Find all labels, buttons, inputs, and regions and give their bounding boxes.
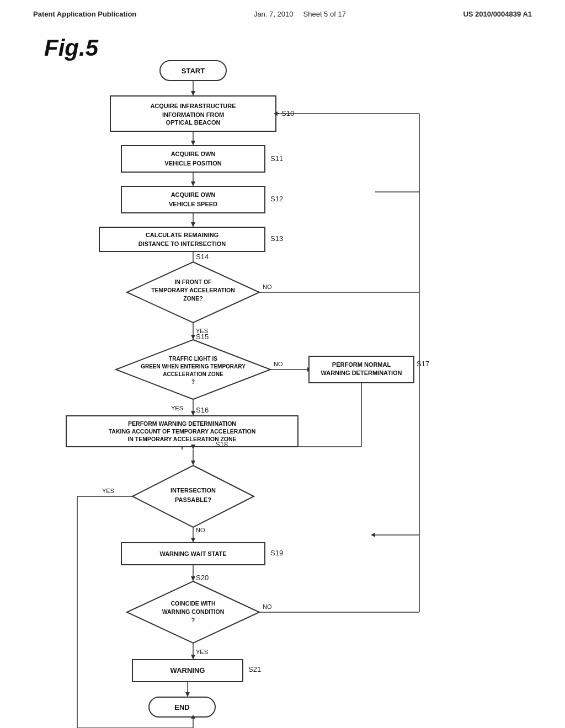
flowchart-diagram: START ACQUIRE INFRASTRUCTURE INFORMATION… — [0, 55, 565, 728]
svg-text:VEHICLE POSITION: VEHICLE POSITION — [164, 160, 221, 167]
header-sheet: Sheet 5 of 17 — [303, 10, 346, 18]
page-header: Patent Application Publication Jan. 7, 2… — [0, 0, 565, 24]
svg-text:YES: YES — [196, 649, 208, 655]
svg-text:S14: S14 — [196, 253, 209, 261]
svg-text:S13: S13 — [270, 234, 283, 243]
header-date: Jan. 7, 2010 — [254, 10, 294, 18]
svg-text:YES: YES — [171, 405, 183, 411]
svg-marker-3 — [371, 533, 375, 537]
svg-text:S19: S19 — [270, 549, 283, 557]
svg-text:CALCULATE REMAINING: CALCULATE REMAINING — [146, 232, 218, 238]
svg-text:INTERSECTION: INTERSECTION — [170, 487, 216, 494]
svg-marker-55 — [191, 411, 195, 416]
svg-text:ACQUIRE INFRASTRUCTURE: ACQUIRE INFRASTRUCTURE — [150, 103, 236, 109]
svg-marker-73 — [191, 461, 195, 465]
svg-text:PERFORM WARNING DETERMINATION: PERFORM WARNING DETERMINATION — [128, 420, 236, 427]
svg-text:NO: NO — [263, 603, 272, 610]
svg-marker-82 — [191, 538, 195, 543]
svg-text:S16: S16 — [196, 406, 209, 414]
svg-text:ACQUIRE OWN: ACQUIRE OWN — [171, 191, 216, 198]
svg-marker-7 — [191, 91, 195, 96]
svg-text:COINCIDE WITH: COINCIDE WITH — [170, 600, 215, 607]
svg-text:?: ? — [191, 617, 195, 623]
svg-text:NO: NO — [196, 527, 205, 533]
svg-text:S20: S20 — [196, 574, 209, 582]
svg-marker-15 — [191, 141, 195, 146]
svg-text:IN FRONT OF: IN FRONT OF — [174, 279, 212, 285]
svg-text:WARNING DETERMINATION: WARNING DETERMINATION — [321, 370, 402, 376]
svg-marker-87 — [191, 576, 195, 581]
svg-text:S15: S15 — [196, 333, 209, 341]
svg-marker-43 — [191, 335, 195, 340]
svg-text:?: ? — [191, 379, 195, 385]
svg-text:DISTANCE TO INTERSECTION: DISTANCE TO INTERSECTION — [138, 240, 226, 247]
svg-text:END: END — [174, 703, 189, 711]
svg-marker-22 — [191, 181, 195, 186]
svg-text:S17: S17 — [417, 360, 429, 368]
svg-text:YES: YES — [102, 488, 114, 494]
svg-text:INFORMATION FROM: INFORMATION FROM — [162, 111, 224, 118]
svg-text:PERFORM NORMAL: PERFORM NORMAL — [332, 361, 391, 368]
svg-text:S11: S11 — [270, 154, 283, 163]
svg-text:NO: NO — [274, 361, 283, 367]
svg-marker-103 — [185, 692, 190, 697]
svg-text:ACCELERATION ZONE: ACCELERATION ZONE — [163, 371, 223, 377]
svg-rect-29 — [99, 227, 265, 251]
svg-text:NO: NO — [263, 283, 272, 290]
svg-rect-23 — [121, 186, 265, 213]
svg-marker-28 — [191, 222, 195, 227]
svg-text:GREEN WHEN ENTERING TEMPORARY: GREEN WHEN ENTERING TEMPORARY — [141, 363, 246, 370]
svg-text:WARNING: WARNING — [170, 666, 205, 675]
svg-text:TRAFFIC LIGHT IS: TRAFFIC LIGHT IS — [169, 356, 217, 362]
svg-text:WARNING CONDITION: WARNING CONDITION — [162, 608, 225, 615]
svg-text:S12: S12 — [270, 195, 283, 203]
svg-text:VEHICLE SPEED: VEHICLE SPEED — [169, 201, 217, 207]
svg-text:TAKING ACCOUNT OF TEMPORARY AC: TAKING ACCOUNT OF TEMPORARY ACCELERATION — [109, 428, 256, 435]
svg-marker-46 — [116, 340, 270, 399]
svg-rect-16 — [121, 146, 265, 172]
svg-text:S18: S18 — [215, 440, 228, 448]
svg-text:ZONE?: ZONE? — [183, 295, 203, 302]
svg-text:TEMPORARY ACCELERATION: TEMPORARY ACCELERATION — [151, 287, 235, 293]
svg-text:ACQUIRE OWN: ACQUIRE OWN — [171, 151, 216, 157]
svg-text:OPTICAL BEACON: OPTICAL BEACON — [166, 119, 221, 126]
header-date-sheet: Jan. 7, 2010 Sheet 5 of 17 — [254, 10, 346, 18]
svg-text:PASSABLE?: PASSABLE? — [175, 496, 211, 503]
svg-marker-97 — [191, 655, 195, 660]
header-patent-number: US 2010/0004839 A1 — [463, 10, 532, 18]
header-publication-label: Patent Application Publication — [33, 10, 136, 18]
svg-text:START: START — [182, 67, 205, 75]
svg-text:S21: S21 — [248, 665, 261, 673]
svg-text:WARNING WAIT STATE: WARNING WAIT STATE — [159, 550, 226, 557]
